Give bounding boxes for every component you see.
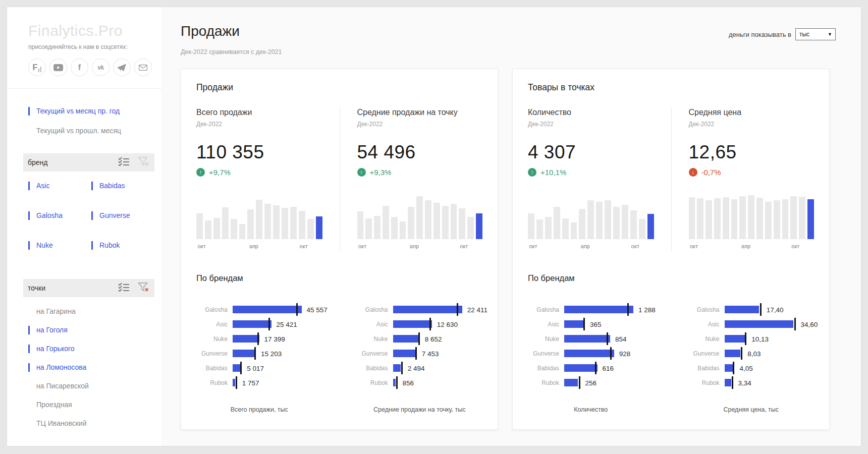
sparkline-bar[interactable] (374, 216, 381, 239)
sparkline-bar[interactable] (739, 196, 746, 239)
sparkline-bar[interactable] (622, 205, 628, 239)
select-all-icon[interactable] (118, 157, 130, 168)
sparkline-bar[interactable] (425, 200, 431, 239)
sparkline-bar[interactable] (213, 218, 220, 239)
brand-filter-item[interactable]: Nuke (28, 241, 91, 250)
bullet-bar[interactable] (564, 320, 584, 328)
sparkline-bar[interactable] (697, 198, 703, 239)
sparkline-bar[interactable] (282, 208, 288, 239)
money-unit-select[interactable]: тыс ▼ (795, 28, 836, 40)
sparkline-bar[interactable] (273, 205, 280, 239)
sparkline-bar[interactable] (239, 224, 246, 239)
sparkline-bar[interactable] (536, 219, 543, 239)
bullet-bar[interactable] (393, 379, 396, 386)
points-filter-item[interactable]: Проездная (28, 401, 154, 409)
sparkline-bar[interactable] (748, 195, 754, 239)
sparkline-bar[interactable] (613, 207, 620, 239)
sparkline-bar[interactable] (605, 200, 611, 239)
sparkline-bar[interactable] (416, 196, 423, 239)
period-option[interactable]: Текущий vs месяц пр. год (28, 107, 154, 116)
bullet-bar[interactable] (564, 350, 614, 357)
sparkline-bar-current[interactable] (316, 216, 322, 239)
sparkline-bar[interactable] (442, 206, 449, 239)
sparkline-bar[interactable] (383, 206, 389, 239)
bullet-bar[interactable] (725, 335, 745, 343)
sparkline-bar[interactable] (357, 211, 364, 239)
bullet-bar[interactable] (564, 335, 610, 343)
bullet-bar[interactable] (233, 364, 240, 372)
sparkline-bar[interactable] (231, 219, 237, 239)
sparkline-bar-current[interactable] (647, 214, 654, 239)
sparkline-bar[interactable] (689, 197, 695, 239)
points-filter-item[interactable]: на Горького (28, 345, 154, 353)
sparkline-bar[interactable] (723, 197, 729, 239)
points-filter-item[interactable]: ТЦ Ивановский (28, 419, 154, 428)
sparkline-bar[interactable] (205, 220, 211, 239)
bullet-bar[interactable] (725, 364, 733, 372)
bullet-bar[interactable] (233, 306, 302, 313)
sparkline-bar[interactable] (264, 204, 271, 239)
bullet-bar[interactable] (725, 306, 760, 313)
sparkline-bar[interactable] (400, 221, 406, 239)
finalytics-icon[interactable]: F (28, 59, 46, 76)
brand-filter-item[interactable]: Babidas (91, 182, 154, 190)
sparkline-bar[interactable] (782, 199, 789, 239)
bullet-bar[interactable] (393, 364, 401, 372)
sparkline-bar-current[interactable] (476, 213, 482, 239)
sparkline-bar[interactable] (290, 207, 297, 239)
sparkline-bar[interactable] (408, 207, 414, 239)
bullet-bar[interactable] (393, 335, 420, 343)
sparkline-bar[interactable] (256, 200, 262, 239)
sparkline-bar[interactable] (639, 219, 645, 239)
sparkline-bar[interactable] (790, 196, 797, 239)
clear-filter-active-icon[interactable] (138, 282, 149, 294)
points-filter-item[interactable]: на Ломоносова (28, 363, 154, 372)
sparkline-bar[interactable] (630, 210, 637, 239)
facebook-icon[interactable]: f (71, 59, 88, 76)
sparkline-bar[interactable] (596, 202, 603, 239)
bullet-bar[interactable] (393, 306, 462, 313)
brand-filter-item[interactable]: Gunverse (91, 211, 154, 220)
sparkline-bar[interactable] (299, 211, 305, 239)
bullet-bar[interactable] (725, 350, 741, 357)
sparkline-bar[interactable] (247, 209, 254, 239)
bullet-bar[interactable] (564, 379, 578, 386)
bullet-bar[interactable] (393, 320, 432, 328)
bullet-bar[interactable] (725, 379, 731, 386)
sparkline-bar[interactable] (571, 222, 577, 239)
sparkline-bar[interactable] (587, 200, 594, 239)
sparkline-bar[interactable] (756, 198, 763, 239)
sparkline-bar[interactable] (731, 199, 738, 239)
sparkline-bar[interactable] (714, 198, 721, 239)
sparkline-bar[interactable] (467, 217, 474, 239)
email-icon[interactable] (134, 59, 152, 76)
sparkline-bar[interactable] (562, 218, 569, 239)
youtube-icon[interactable] (49, 59, 67, 76)
sparkline-bar[interactable] (222, 207, 229, 239)
bullet-bar[interactable] (233, 350, 256, 357)
select-all-icon[interactable] (118, 282, 130, 294)
points-filter-item[interactable]: на Гоголя (28, 326, 154, 334)
bullet-bar[interactable] (564, 306, 633, 313)
clear-filter-icon[interactable] (138, 157, 149, 168)
sparkline-bar[interactable] (579, 209, 585, 239)
points-filter-item[interactable]: на Гагарина (28, 307, 154, 316)
sparkline-bar[interactable] (451, 204, 457, 239)
sparkline-bar[interactable] (433, 203, 440, 239)
brand-filter-item[interactable]: Asic (28, 182, 91, 190)
sparkline-bar[interactable] (774, 200, 780, 239)
bullet-bar[interactable] (233, 320, 272, 328)
sparkline-bar-current[interactable] (807, 199, 814, 239)
sparkline-bar[interactable] (706, 200, 712, 239)
period-option[interactable]: Текущий vs прошл. месяц (28, 127, 154, 135)
sparkline-bar[interactable] (365, 218, 372, 239)
points-filter-item[interactable]: на Писаревской (28, 382, 154, 390)
sparkline-bar[interactable] (528, 213, 534, 239)
bullet-bar[interactable] (564, 364, 598, 372)
bullet-bar[interactable] (233, 379, 235, 386)
brand-filter-item[interactable]: Rubok (91, 241, 154, 250)
vk-icon[interactable]: vk (92, 59, 110, 76)
sparkline-bar[interactable] (459, 208, 465, 239)
sparkline-bar[interactable] (196, 213, 203, 239)
sparkline-bar[interactable] (545, 217, 552, 239)
